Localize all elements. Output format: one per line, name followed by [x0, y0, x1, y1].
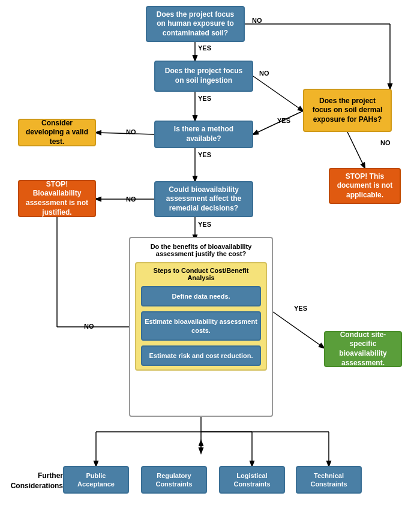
- public-acceptance-box: Public Acceptance: [63, 466, 129, 494]
- regulatory-constraints-box: Regulatory Constraints: [141, 466, 207, 494]
- logistical-constraints-box: Logistical Constraints: [219, 466, 285, 494]
- label-no-q5: NO: [126, 196, 136, 203]
- conduct-box: Conduct site-specific bioavailability as…: [324, 331, 402, 367]
- svg-line-6: [347, 132, 365, 168]
- stop1-box: STOP! Bioavailability assessment is not …: [18, 180, 96, 217]
- label-no-q2: NO: [259, 70, 269, 77]
- label-yes-q5: YES: [198, 221, 211, 228]
- stop2-box: STOP! This document is not applicable.: [329, 168, 401, 204]
- define-box: Define data needs.: [141, 286, 261, 306]
- cost-question: Do the benefits of bioavailability asses…: [130, 238, 272, 260]
- question-5-box: Could bioavailability assessment affect …: [154, 181, 253, 217]
- svg-line-15: [273, 312, 324, 348]
- label-yes-q2: YES: [198, 95, 211, 102]
- label-no-cost: NO: [84, 323, 94, 330]
- cost-outer-box: Do the benefits of bioavailability asses…: [129, 237, 273, 417]
- consider-box: Consider developing a valid test.: [18, 119, 96, 146]
- question-3-box: Does the project focus on soil dermal ex…: [303, 89, 392, 132]
- flowchart: Does the project focus on human exposure…: [0, 0, 420, 508]
- label-yes-q1: YES: [198, 44, 211, 52]
- estimate1-box: Estimate bioavailability assessment cost…: [141, 311, 261, 341]
- svg-line-7: [96, 133, 154, 134]
- question-2-box: Does the project focus on soil ingestion: [154, 61, 253, 92]
- cost-inner-title: Steps to Conduct Cost/Benefit Analysis: [141, 267, 261, 281]
- estimate2-box: Estimate risk and cost reduction.: [141, 345, 261, 366]
- further-considerations-label: FurtherConsiderations: [6, 471, 63, 491]
- cost-inner-box: Steps to Conduct Cost/Benefit Analysis D…: [135, 262, 267, 371]
- label-no-q3: NO: [380, 139, 391, 146]
- technical-constraints-box: Technical Constraints: [296, 466, 362, 494]
- label-yes-q3: YES: [277, 117, 290, 124]
- label-yes-cost: YES: [294, 305, 307, 312]
- label-no-q1: NO: [252, 17, 262, 24]
- svg-line-4: [253, 76, 303, 111]
- label-yes-q4: YES: [198, 151, 211, 158]
- question-4-box: Is there a method available?: [154, 121, 253, 148]
- question-1-box: Does the project focus on human exposure…: [146, 6, 245, 42]
- label-no-q4: NO: [126, 128, 136, 136]
